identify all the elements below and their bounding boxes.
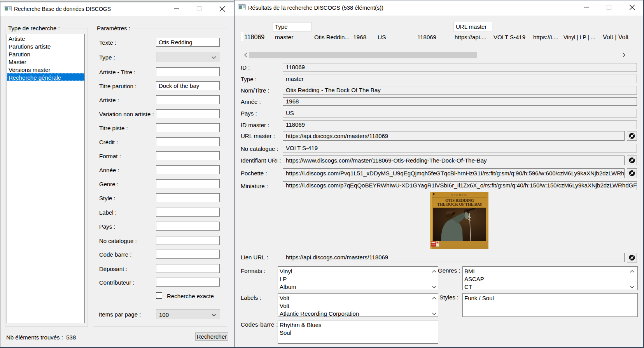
svg-text:THE DOCK OF THE BAY: THE DOCK OF THE BAY [437, 202, 483, 206]
svg-text:STEREO: STEREO [452, 194, 467, 196]
